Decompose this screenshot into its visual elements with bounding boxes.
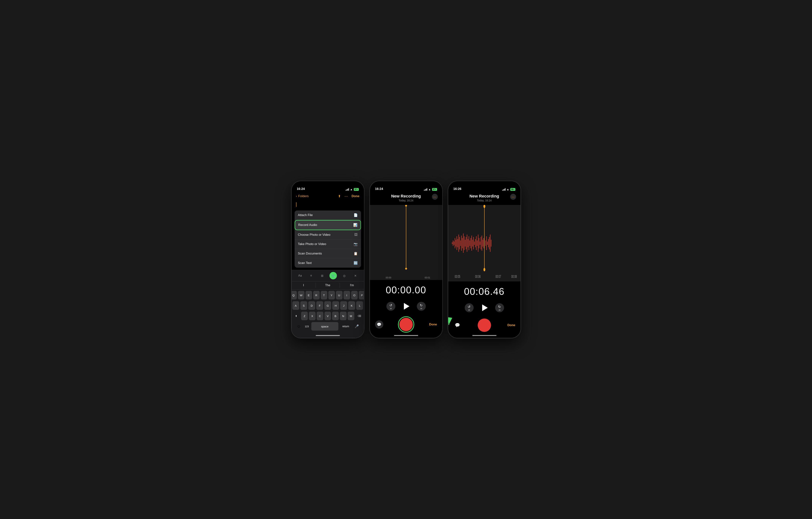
close-keyboard-btn[interactable]: ✕ [352, 272, 359, 279]
attach-file-item[interactable]: Attach File 📄 [295, 211, 361, 220]
svg-rect-20 [466, 237, 466, 249]
key-b[interactable]: B [332, 312, 339, 320]
key-a[interactable]: A [292, 301, 299, 310]
key-s[interactable]: S [300, 301, 307, 310]
wifi-icon-3: ▲ [506, 188, 509, 191]
svg-rect-42 [487, 242, 488, 245]
home-indicator-3 [472, 335, 496, 336]
time-1: 16:24 [297, 187, 305, 191]
skip-forward-btn-2[interactable]: ↻ 15 [417, 302, 426, 311]
record-audio-item[interactable]: Record Audio 📊 [295, 220, 360, 230]
skip-back-btn-2[interactable]: ↺ 15 [386, 302, 395, 311]
svg-rect-13 [459, 237, 460, 249]
back-button[interactable]: ‹ Folders [296, 194, 309, 198]
timer-3: 00:06.46 [448, 281, 521, 301]
more-options-btn-2[interactable]: ··· [432, 194, 438, 200]
key-shift[interactable]: ⬆ [292, 312, 300, 320]
home-indicator-2 [394, 335, 418, 336]
key-n[interactable]: N [340, 312, 347, 320]
pred-word-1[interactable]: I [292, 283, 316, 288]
play-btn-3[interactable] [480, 303, 489, 312]
key-z[interactable]: Z [301, 312, 308, 320]
done-btn-3[interactable]: Done [508, 323, 515, 327]
waveform-area-3: 00:05 00:06 00:07 00:08 [448, 205, 521, 281]
key-k[interactable]: K [348, 301, 355, 310]
recording-title-area-2: New Recording Today, 16:24 [380, 194, 432, 202]
key-l[interactable]: L [356, 301, 363, 310]
key-v[interactable]: V [324, 312, 331, 320]
emoji-key[interactable]: ☺ [295, 323, 302, 330]
svg-rect-46 [491, 240, 491, 246]
record-btn-3[interactable] [478, 319, 491, 332]
key-return[interactable]: return [338, 322, 353, 331]
svg-point-1 [405, 205, 407, 207]
attachment-menu: Attach File 📄 Record Audio 📊 Choose Phot… [295, 211, 361, 268]
key-backspace[interactable]: ⌫ [355, 312, 363, 320]
record-audio-label: Record Audio [298, 223, 317, 227]
key-y[interactable]: Y [328, 291, 335, 299]
attach-btn[interactable]: 📎 [329, 272, 337, 279]
key-u[interactable]: U [336, 291, 343, 299]
microphone-key[interactable]: 🎤 [353, 323, 360, 330]
recording-title-3: New Recording [459, 194, 510, 199]
pred-word-3[interactable]: I'm [340, 283, 364, 288]
list-btn[interactable]: ≡ [308, 272, 315, 279]
key-r[interactable]: R [313, 291, 320, 299]
svg-rect-6 [453, 240, 454, 246]
key-d[interactable]: D [308, 301, 315, 310]
svg-text:00:07: 00:07 [495, 274, 501, 279]
key-c[interactable]: C [317, 312, 323, 320]
play-icon-2 [404, 303, 409, 310]
key-q[interactable]: Q [292, 291, 297, 299]
done-button[interactable]: Done [352, 194, 359, 198]
scan-text-item[interactable]: Scan Text 🔤 [295, 258, 361, 268]
svg-text:00:01: 00:01 [425, 276, 430, 279]
chat-btn-3[interactable]: 💬 [454, 321, 462, 329]
svg-rect-7 [454, 242, 454, 245]
svg-rect-17 [463, 234, 464, 253]
play-btn-2[interactable] [401, 301, 411, 311]
pred-word-2[interactable]: The [316, 283, 340, 288]
svg-rect-10 [457, 236, 457, 250]
waveform-svg-2: 00:00 00:01 [370, 205, 442, 280]
more-icon[interactable]: ··· [345, 194, 348, 199]
key-j[interactable]: J [340, 301, 347, 310]
skip-back-btn-3[interactable]: ↺ 15 [465, 303, 474, 312]
scan-docs-item[interactable]: Scan Documents 📋 [295, 249, 361, 258]
skip-forward-btn-3[interactable]: ↻ 15 [495, 303, 504, 312]
back-label: Folders [298, 194, 309, 198]
key-m[interactable]: M [348, 312, 354, 320]
phone-2: 16:24 ▲ 97+ New Recording Today, 16:24 ·… [370, 181, 442, 338]
table-btn[interactable]: ⊞ [319, 272, 326, 279]
key-w[interactable]: W [298, 291, 304, 299]
key-i[interactable]: I [344, 291, 350, 299]
key-f[interactable]: F [316, 301, 323, 310]
key-t[interactable]: T [321, 291, 327, 299]
key-space[interactable]: space [311, 322, 338, 331]
key-123[interactable]: 123 [302, 322, 312, 331]
key-p[interactable]: P [359, 291, 364, 299]
waveform-icon: 📊 [353, 223, 357, 227]
key-h[interactable]: H [332, 301, 339, 310]
choose-photo-item[interactable]: Choose Photo or Video 🖼 [295, 230, 361, 240]
choose-photo-label: Choose Photo or Video [298, 233, 330, 237]
signature-btn[interactable]: ◎ [341, 272, 348, 279]
done-btn-2[interactable]: Done [429, 323, 437, 326]
recording-screen-2: New Recording Today, 16:24 ··· 00:00 00:… [370, 181, 442, 338]
key-o[interactable]: O [351, 291, 358, 299]
svg-rect-14 [460, 240, 461, 246]
svg-rect-44 [489, 237, 490, 249]
home-indicator-1 [316, 335, 340, 336]
chat-btn-2[interactable]: 💬 [375, 320, 383, 329]
svg-rect-38 [483, 240, 483, 246]
key-g[interactable]: G [324, 301, 331, 310]
font-btn[interactable]: Aa [296, 272, 304, 279]
status-icons-1: ▲ 97+ [346, 188, 359, 191]
take-photo-item[interactable]: Take Photo or Video 📷 [295, 240, 361, 249]
share-icon[interactable]: ⬆ [338, 194, 341, 198]
text-scan-icon: 🔤 [354, 261, 358, 265]
svg-rect-32 [477, 240, 477, 246]
more-options-btn-3[interactable]: ··· [510, 194, 516, 200]
key-e[interactable]: E [306, 291, 312, 299]
key-x[interactable]: X [309, 312, 316, 320]
